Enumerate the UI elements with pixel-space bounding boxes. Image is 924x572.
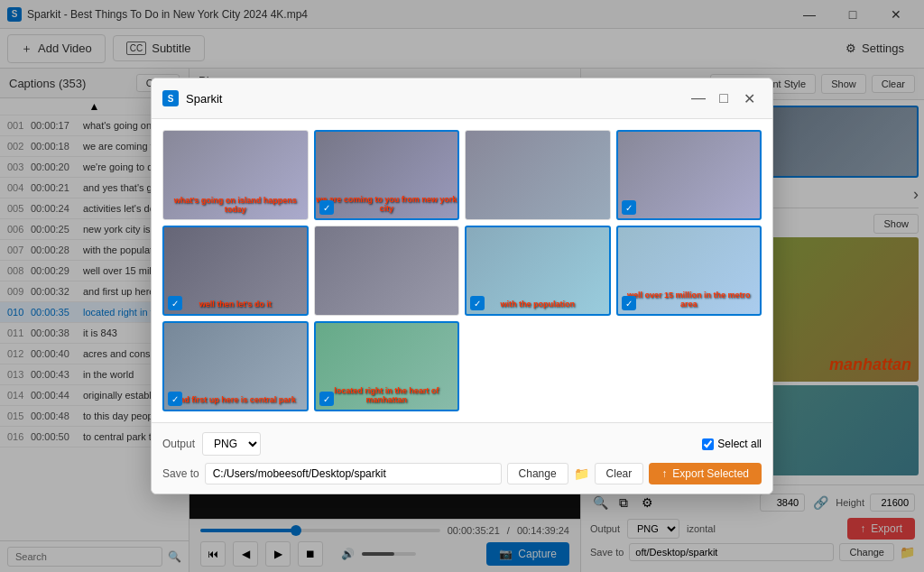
dialog-export-button[interactable]: ↑ Export Selected — [649, 463, 762, 484]
dialog-check-icon: ✓ — [622, 200, 636, 215]
dialog-maximize-button[interactable]: □ — [711, 86, 736, 111]
dialog-thumb[interactable]: located right in the heart of manhattan … — [314, 321, 460, 411]
dialog-check-icon: ✓ — [470, 296, 485, 310]
select-all-checkbox[interactable] — [702, 438, 714, 450]
dialog-thumb[interactable]: ✓ — [616, 130, 762, 220]
dialog-select-all: Select all — [702, 438, 762, 450]
dialog-overlay: S Sparkit — □ ✕ what's going on island h… — [0, 0, 924, 572]
dialog-thumb[interactable]: well over 15 million in the metro area ✓ — [616, 226, 762, 316]
dialog-image-grid: what's going on island happens today we … — [152, 119, 772, 422]
dialog-minimize-button[interactable]: — — [686, 86, 711, 111]
dialog-change-button[interactable]: Change — [507, 463, 568, 484]
dialog-title-bar: S Sparkit — □ ✕ — [152, 78, 772, 119]
dialog-thumb[interactable]: well then let's do it ✓ — [162, 226, 309, 316]
dialog-title: Sparkit — [186, 92, 686, 106]
dialog-output-select[interactable]: PNG JPG BMP — [202, 432, 261, 456]
dialog-thumb[interactable]: and first up here is central park ✓ — [162, 321, 309, 411]
dialog-clear-button[interactable]: Clear — [595, 463, 644, 484]
dialog-check-icon: ✓ — [168, 392, 182, 406]
dialog-thumb[interactable] — [465, 130, 611, 220]
dialog: S Sparkit — □ ✕ what's going on island h… — [151, 78, 773, 494]
dialog-save-label: Save to — [162, 467, 199, 480]
dialog-folder-icon[interactable]: 📁 — [574, 466, 589, 481]
dialog-thumb[interactable]: with the population ✓ — [465, 226, 611, 316]
dialog-close-button[interactable]: ✕ — [736, 86, 762, 111]
dialog-output-row: Output PNG JPG BMP Select all — [162, 432, 762, 456]
dialog-check-icon: ✓ — [168, 296, 182, 310]
dialog-check-icon: ✓ — [319, 392, 334, 406]
dialog-save-row: Save to Change 📁 Clear ↑ Export Selected — [162, 463, 762, 484]
dialog-check-icon: ✓ — [319, 200, 334, 215]
dialog-check-icon: ✓ — [622, 296, 636, 310]
select-all-label[interactable]: Select all — [717, 438, 762, 450]
dialog-thumb[interactable]: what's going on island happens today — [162, 130, 309, 220]
dialog-bottom: Output PNG JPG BMP Select all Save to Ch… — [152, 422, 772, 494]
dialog-thumb[interactable]: we are coming to you from new york city … — [314, 130, 460, 220]
dialog-export-icon: ↑ — [661, 467, 667, 480]
dialog-save-path[interactable] — [205, 463, 502, 484]
dialog-app-icon: S — [162, 90, 179, 106]
dialog-thumb[interactable] — [314, 226, 460, 316]
dialog-output-label: Output — [162, 438, 195, 450]
